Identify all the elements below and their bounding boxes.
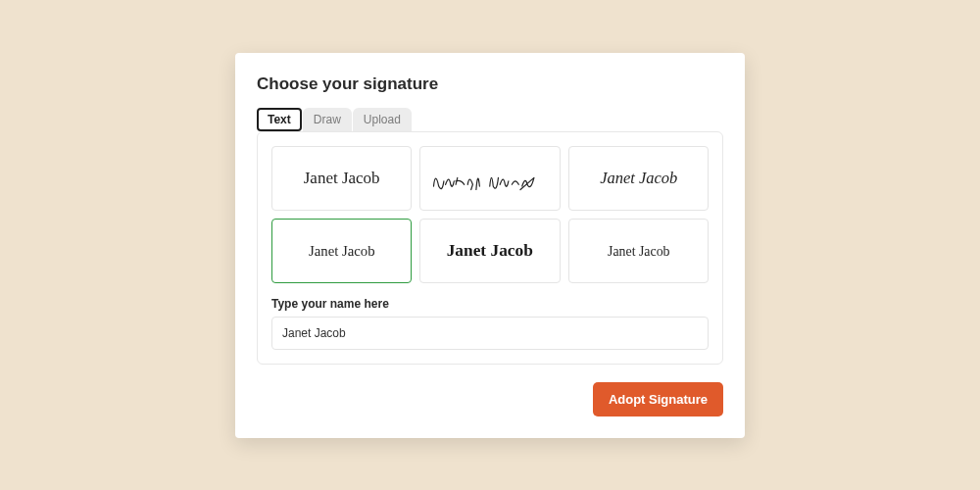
- modal-title: Choose your signature: [257, 74, 723, 94]
- signature-grid: Janet Jacob Janet Jacob Janet Jacob Jane: [271, 146, 709, 283]
- svg-text:Janet Jacob: Janet Jacob: [608, 244, 670, 259]
- signature-preview: [430, 161, 550, 195]
- signature-style-2[interactable]: [419, 146, 560, 211]
- signature-preview: Janet Jacob: [304, 169, 380, 188]
- signature-preview: Janet Jacob: [282, 233, 402, 268]
- tab-upload[interactable]: Upload: [353, 108, 412, 131]
- tab-draw[interactable]: Draw: [303, 108, 352, 131]
- signature-style-3[interactable]: Janet Jacob: [568, 146, 709, 211]
- svg-text:Janet Jacob: Janet Jacob: [600, 169, 677, 187]
- tabs: Text Draw Upload: [257, 108, 723, 131]
- signature-modal: Choose your signature Text Draw Upload J…: [235, 53, 745, 438]
- adopt-signature-button[interactable]: Adopt Signature: [593, 382, 723, 416]
- signature-panel: Janet Jacob Janet Jacob Janet Jacob Jane: [257, 131, 723, 365]
- signature-style-6[interactable]: Janet Jacob: [568, 219, 709, 283]
- tab-text[interactable]: Text: [257, 108, 302, 131]
- signature-preview: Janet Jacob: [579, 233, 699, 268]
- svg-text:Janet Jacob: Janet Jacob: [309, 244, 375, 260]
- signature-style-5[interactable]: Janet Jacob: [419, 219, 560, 283]
- name-input[interactable]: [271, 317, 709, 350]
- signature-preview: Janet Jacob: [579, 161, 699, 195]
- modal-footer: Adopt Signature: [257, 382, 723, 416]
- name-input-label: Type your name here: [271, 297, 709, 311]
- signature-preview: Janet Jacob: [430, 233, 550, 268]
- svg-text:Janet Jacob: Janet Jacob: [447, 242, 533, 261]
- signature-style-1[interactable]: Janet Jacob: [271, 146, 412, 211]
- signature-style-4[interactable]: Janet Jacob: [271, 219, 412, 283]
